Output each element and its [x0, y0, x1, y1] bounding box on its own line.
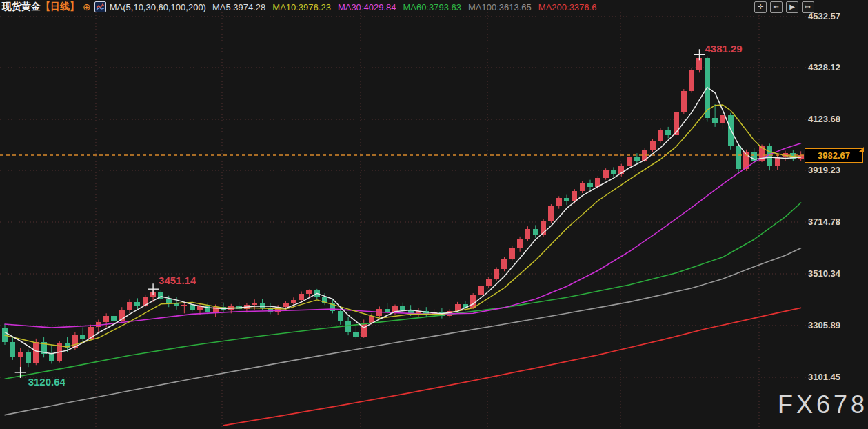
candle-body: [400, 306, 405, 309]
price-annotation: 3451.14: [159, 275, 196, 286]
ma-line-ma200: [223, 308, 801, 426]
pan-crosshair-icon[interactable]: ✛: [754, 1, 767, 13]
candle-body: [517, 239, 523, 249]
ma-value-label: MA60:3793.63: [403, 2, 461, 12]
candle-body: [658, 130, 663, 141]
candle-body: [33, 342, 39, 363]
candle-body: [548, 206, 554, 221]
candle-body: [252, 303, 257, 306]
candle-body: [127, 302, 132, 310]
chart-header: 现货黄金 【日线】 ⊕ MA(5,10,30,60,100,200) MA5:3…: [0, 0, 868, 14]
candle-body: [49, 354, 54, 361]
ma-value-label: MA30:4029.84: [338, 2, 396, 12]
candle-body: [564, 198, 569, 201]
ma-values-list: MA5:3974.28MA10:3976.23MA30:4029.84MA60:…: [212, 2, 603, 12]
indicator-chart-icon[interactable]: [94, 1, 106, 12]
y-axis-label: 4328.12: [808, 62, 862, 72]
jump-latest-icon[interactable]: ↦: [802, 1, 814, 13]
chart-window: 现货黄金 【日线】 ⊕ MA(5,10,30,60,100,200) MA5:3…: [0, 0, 868, 429]
ma-line-ma30: [5, 143, 801, 328]
candle-body: [580, 183, 585, 191]
y-axis-label: 3101.45: [808, 372, 862, 382]
candle-body: [392, 306, 398, 311]
candle-body: [603, 170, 609, 178]
candle-body: [556, 198, 562, 206]
candle-body: [494, 269, 499, 279]
scale-left-icon[interactable]: ⇤: [770, 1, 783, 13]
candle-body: [26, 352, 31, 363]
latest-price-arrow-icon[interactable]: [859, 147, 864, 152]
candle-body: [611, 170, 616, 174]
candle-body: [587, 183, 593, 187]
candle-body: [486, 279, 492, 286]
candle-body: [634, 157, 640, 160]
candle-body: [728, 115, 734, 146]
candle-body: [299, 294, 304, 300]
candle-body: [712, 118, 718, 123]
y-axis-label: 3919.23: [808, 165, 862, 175]
ma-value-label: MA200:3376.6: [538, 2, 597, 12]
candle-body: [18, 352, 23, 357]
candle-body: [736, 146, 741, 169]
candle-body: [455, 304, 461, 311]
candle-body: [681, 91, 687, 112]
add-indicator-icon[interactable]: ⊕: [83, 2, 91, 12]
y-axis-label: 3510.34: [808, 268, 862, 279]
candle-body: [361, 323, 367, 337]
candle-body: [306, 290, 312, 294]
candle-body: [470, 295, 476, 308]
ma-line-ma100: [5, 248, 801, 415]
symbol-name: 现货黄金: [2, 1, 41, 13]
ma-settings-label[interactable]: MA(5,10,30,60,100,200): [110, 2, 206, 12]
watermark: FX678: [778, 390, 868, 419]
candle-body: [291, 300, 296, 303]
candle-body: [205, 306, 210, 312]
candle-body: [501, 259, 507, 269]
ma-value-label: MA10:3976.23: [272, 2, 331, 12]
y-axis-label: 3714.78: [808, 217, 862, 227]
current-price-tag: 3982.67: [805, 148, 863, 163]
candle-body: [80, 335, 85, 338]
candle-body: [478, 286, 484, 295]
candle-body: [689, 70, 694, 91]
candle-body: [338, 311, 343, 322]
candle-body: [533, 229, 538, 235]
candle-body: [665, 130, 671, 135]
candle-body: [650, 141, 656, 150]
candle-body: [525, 229, 530, 239]
candle-body: [111, 316, 117, 321]
candle-body: [674, 112, 679, 135]
candle-body: [627, 157, 632, 166]
price-chart-canvas[interactable]: 4381.293451.143120.64: [0, 0, 868, 429]
candle-body: [181, 305, 187, 307]
candle-body: [345, 321, 351, 332]
interval-label[interactable]: 【日线】: [41, 1, 79, 13]
candle-body: [134, 302, 140, 306]
candle-body: [385, 309, 390, 312]
play-forward-icon[interactable]: ▶: [786, 1, 798, 13]
candle-body: [283, 303, 289, 307]
y-axis-label: 4123.68: [808, 114, 862, 124]
candle-body: [10, 342, 15, 357]
price-annotation: 3120.64: [28, 376, 66, 388]
candle-body: [103, 316, 109, 322]
chart-toolbar: ✛⇤▶↦: [754, 1, 814, 13]
candle-body: [353, 332, 359, 337]
candle-body: [166, 299, 172, 303]
price-annotation: 4381.29: [705, 43, 742, 54]
ma-value-label: MA100:3613.65: [468, 2, 532, 12]
y-axis-label: 3305.89: [808, 320, 862, 330]
candle-body: [509, 248, 515, 259]
ma-value-label: MA5:3974.28: [212, 2, 265, 12]
